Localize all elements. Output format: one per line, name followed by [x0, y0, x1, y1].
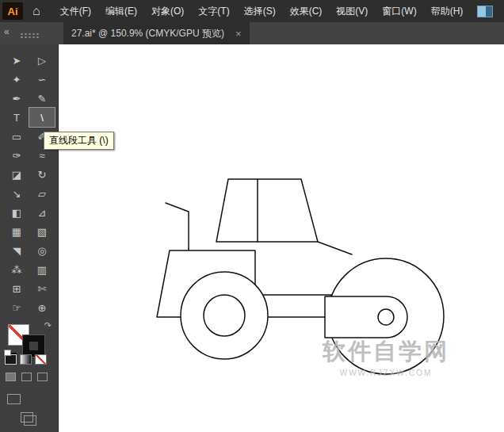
type-tool[interactable]: T: [4, 108, 29, 127]
lasso-tool[interactable]: ∽: [29, 70, 55, 89]
magic-wand-tool[interactable]: ✦: [4, 70, 29, 89]
menu-item-5[interactable]: 效果(C): [283, 0, 330, 22]
workspace-switcher-icon[interactable]: [477, 6, 493, 17]
symbol-sprayer-tool[interactable]: ⁂: [4, 260, 29, 279]
artboard-tool[interactable]: ⊞: [4, 279, 29, 298]
rotate-tool[interactable]: ↻: [29, 165, 55, 184]
swap-fill-stroke-icon[interactable]: ↷: [44, 320, 52, 331]
mesh-tool[interactable]: ▦: [4, 222, 29, 241]
shape-builder-tool[interactable]: ◧: [4, 203, 29, 222]
menubar-menus: 文件(F)编辑(E)对象(O)文字(T)选择(S)效果(C)视图(V)窗口(W)…: [53, 0, 471, 22]
hand-tool[interactable]: ☞: [4, 298, 29, 317]
scale-tool[interactable]: ↘: [4, 184, 29, 203]
tab-bar: « 27.ai* @ 150.9% (CMYK/GPU 预览) ×: [0, 22, 504, 44]
menu-bar: Ai ⌂ 文件(F)编辑(E)对象(O)文字(T)选择(S)效果(C)视图(V)…: [0, 0, 504, 23]
menu-item-7[interactable]: 窗口(W): [375, 0, 423, 22]
default-fill-mini: [4, 350, 11, 356]
edit-toolbar-icon[interactable]: [21, 412, 33, 422]
eyedropper-tool[interactable]: ◥: [4, 241, 29, 260]
tools-panel: ➤▷✦∽✒✎T\▭✐✑≈◪↻↘▱◧⊿▦▧◥◎⁂▥⊞✄☞⊕ ↷: [0, 44, 59, 432]
drawing-modes-row: [6, 373, 48, 381]
draw-behind-icon[interactable]: [21, 373, 32, 381]
curvature-tool[interactable]: ✎: [29, 89, 55, 108]
line-segment-tool[interactable]: \: [29, 108, 55, 127]
menu-item-1[interactable]: 编辑(E): [98, 0, 144, 22]
artboard-canvas[interactable]: [59, 44, 504, 432]
tools-grid: ➤▷✦∽✒✎T\▭✐✑≈◪↻↘▱◧⊿▦▧◥◎⁂▥⊞✄☞⊕: [0, 44, 58, 317]
apply-gradient-button[interactable]: [20, 354, 32, 365]
rectangle-tool[interactable]: ▭: [4, 127, 29, 146]
pen-tool[interactable]: ✒: [4, 89, 29, 108]
gradient-tool[interactable]: ▧: [29, 222, 55, 241]
tool-tooltip: 直线段工具 (\): [44, 132, 114, 150]
menu-item-4[interactable]: 选择(S): [237, 0, 283, 22]
selection-tool[interactable]: ➤: [4, 51, 29, 70]
home-icon[interactable]: ⌂: [32, 4, 40, 18]
apply-none-button[interactable]: [35, 354, 47, 365]
column-graph-tool[interactable]: ▥: [29, 260, 55, 279]
menu-item-2[interactable]: 对象(O): [144, 0, 191, 22]
draw-normal-icon[interactable]: [6, 373, 16, 381]
stroke-color-swatch[interactable]: [23, 335, 44, 357]
change-screen-mode-icon[interactable]: [7, 394, 21, 404]
collapse-panel-icon[interactable]: «: [4, 26, 10, 37]
app-logo: Ai: [2, 2, 23, 20]
tab-close-icon[interactable]: ×: [235, 28, 242, 40]
illustrator-window: Ai ⌂ 文件(F)编辑(E)对象(O)文字(T)选择(S)效果(C)视图(V)…: [0, 0, 504, 432]
draw-inside-icon[interactable]: [37, 373, 48, 381]
blend-tool[interactable]: ◎: [29, 241, 55, 260]
pencil-tool[interactable]: ✑: [4, 146, 29, 165]
slice-tool[interactable]: ✄: [29, 279, 55, 298]
document-tab-label: 27.ai* @ 150.9% (CMYK/GPU 预览): [71, 27, 224, 40]
menu-item-3[interactable]: 文字(T): [191, 0, 236, 22]
menu-item-6[interactable]: 视图(V): [329, 0, 375, 22]
direct-selection-tool[interactable]: ▷: [29, 51, 55, 70]
panel-grip-dots[interactable]: [20, 32, 40, 40]
perspective-grid-tool[interactable]: ⊿: [29, 203, 55, 222]
document-tab[interactable]: 27.ai* @ 150.9% (CMYK/GPU 预览) ×: [63, 22, 250, 44]
eraser-tool[interactable]: ◪: [4, 165, 29, 184]
zoom-tool[interactable]: ⊕: [29, 298, 55, 317]
menu-item-0[interactable]: 文件(F): [53, 0, 98, 22]
free-transform-tool[interactable]: ▱: [29, 184, 55, 203]
menu-item-8[interactable]: 帮助(H): [424, 0, 471, 22]
